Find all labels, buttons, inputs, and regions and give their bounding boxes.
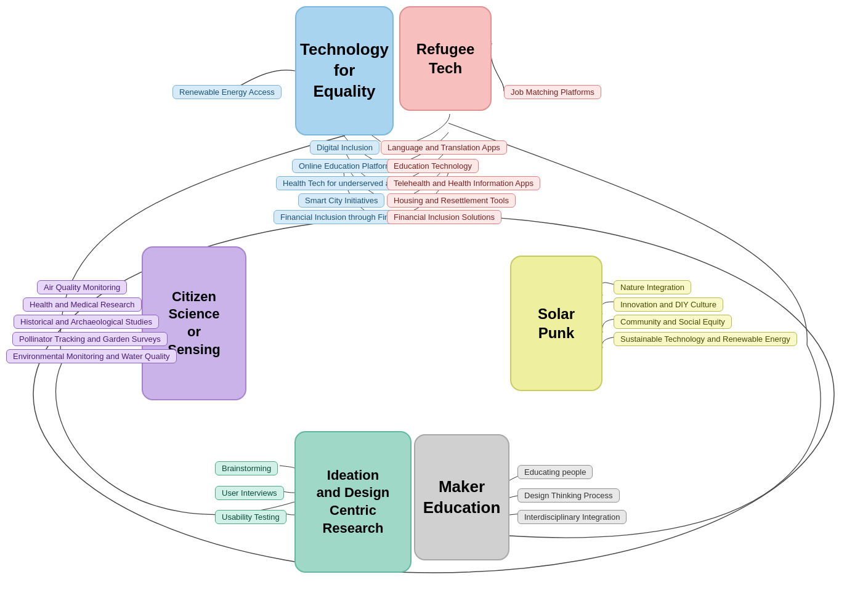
- tag-renewable-energy: Renewable Energy Access: [172, 85, 282, 99]
- node-maker-education: Maker Education: [414, 434, 509, 560]
- tag-lang-translation: Language and Translation Apps: [381, 140, 507, 155]
- ideation-label: Ideation and Design Centric Research: [317, 467, 390, 537]
- citizen-label: Citizen Science or Sensing: [168, 288, 221, 358]
- tag-job-matching: Job Matching Platforms: [504, 85, 601, 99]
- tag-edu-tech: Education Technology: [387, 159, 479, 173]
- tag-telehealth: Telehealth and Health Information Apps: [387, 176, 540, 190]
- node-tech-equality: Technology for Equality: [295, 6, 394, 135]
- tag-usability: Usability Testing: [215, 510, 286, 524]
- node-refugee: Refugee Tech: [399, 6, 492, 111]
- tag-digital-inclusion: Digital Inclusion: [310, 140, 379, 155]
- tag-interdisciplinary: Interdisciplinary Integration: [517, 510, 627, 524]
- node-ideation: Ideation and Design Centric Research: [294, 431, 412, 573]
- mind-map: Technology for Equality Refugee Tech Cit…: [0, 0, 868, 614]
- tag-design-thinking: Design Thinking Process: [517, 488, 620, 503]
- tag-pollinator: Pollinator Tracking and Garden Surveys: [12, 332, 168, 346]
- tag-air-quality: Air Quality Monitoring: [37, 280, 127, 294]
- tag-historical: Historical and Archaeological Studies: [14, 315, 159, 329]
- tag-financial-sol: Financial Inclusion Solutions: [387, 210, 501, 224]
- tag-smart-city: Smart City Initiatives: [298, 193, 384, 208]
- tag-community-equity: Community and Social Equity: [614, 315, 732, 329]
- tag-sustainable-tech: Sustainable Technology and Renewable Ene…: [614, 332, 797, 346]
- tag-environmental: Environmental Monitoring and Water Quali…: [6, 349, 177, 363]
- solarpunk-label: Solar Punk: [538, 304, 575, 342]
- node-solarpunk: Solar Punk: [510, 256, 602, 391]
- tag-innovation-diy: Innovation and DIY Culture: [614, 297, 723, 312]
- tag-nature: Nature Integration: [614, 280, 691, 294]
- maker-label: Maker Education: [423, 477, 501, 519]
- tag-online-edu: Online Education Platforms: [292, 159, 403, 173]
- tag-housing: Housing and Resettlement Tools: [387, 193, 516, 208]
- refugee-label: Refugee Tech: [416, 39, 475, 78]
- tech-equality-label: Technology for Equality: [300, 39, 389, 102]
- tag-health-medical: Health and Medical Research: [23, 297, 142, 312]
- tag-brainstorming: Brainstorming: [215, 461, 278, 475]
- tag-user-interviews: User Interviews: [215, 486, 284, 500]
- tag-educating: Educating people: [517, 465, 593, 479]
